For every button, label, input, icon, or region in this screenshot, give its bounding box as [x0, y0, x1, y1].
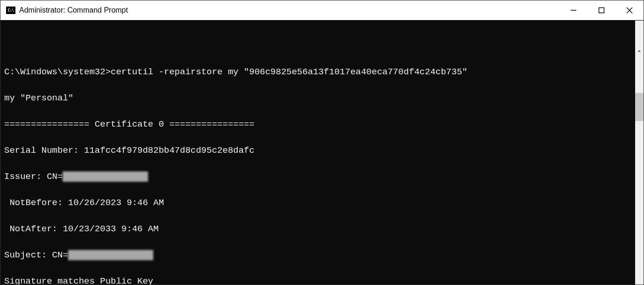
- maximize-button[interactable]: [587, 0, 616, 20]
- subject-prefix: Subject: CN=: [4, 250, 68, 260]
- issuer-redacted: ████████████████: [63, 171, 148, 182]
- scrollbar[interactable]: [635, 21, 644, 285]
- maximize-icon: [598, 7, 605, 14]
- minimize-icon: [570, 7, 577, 14]
- subject-redacted: ████████████████: [68, 250, 153, 260]
- terminal-content: C:\Windows\system32>certutil -repairstor…: [4, 52, 631, 285]
- scrollbar-track[interactable]: [635, 81, 644, 285]
- chevron-up-icon: [637, 49, 641, 53]
- titlebar: C:\ Administrator: Command Prompt: [0, 0, 644, 21]
- scrollbar-thumb[interactable]: [635, 93, 644, 121]
- window-title: Administrator: Command Prompt: [19, 6, 559, 14]
- close-icon: [626, 7, 633, 14]
- terminal-line: NotBefore: 10/26/2023 9:46 AM: [4, 196, 631, 209]
- scrollbar-up-button[interactable]: [635, 47, 644, 55]
- terminal-line: Subject: CN=████████████████: [4, 249, 631, 262]
- close-button[interactable]: [616, 0, 644, 20]
- terminal-line: Issuer: CN=████████████████: [4, 170, 631, 183]
- terminal-line: Serial Number: 11afcc4f979d82bb47d8cd95c…: [4, 144, 631, 157]
- cmd-icon-text: C:\: [8, 8, 14, 13]
- svg-rect-1: [599, 8, 604, 13]
- terminal[interactable]: C:\Windows\system32>certutil -repairstor…: [0, 21, 644, 285]
- window-controls: [559, 0, 644, 20]
- cmd-icon: C:\: [6, 7, 15, 14]
- minimize-button[interactable]: [559, 0, 587, 20]
- issuer-prefix: Issuer: CN=: [4, 171, 63, 182]
- svg-marker-4: [638, 50, 641, 52]
- terminal-line: Signature matches Public Key: [4, 275, 631, 285]
- terminal-line: ================ Certificate 0 =========…: [4, 118, 631, 131]
- command: certutil -repairstore my "906c9825e56a13…: [111, 67, 467, 77]
- terminal-line: C:\Windows\system32>certutil -repairstor…: [4, 65, 631, 78]
- terminal-line: NotAfter: 10/23/2033 9:46 AM: [4, 222, 631, 235]
- terminal-line: my "Personal": [4, 92, 631, 105]
- prompt: C:\Windows\system32>: [4, 67, 111, 77]
